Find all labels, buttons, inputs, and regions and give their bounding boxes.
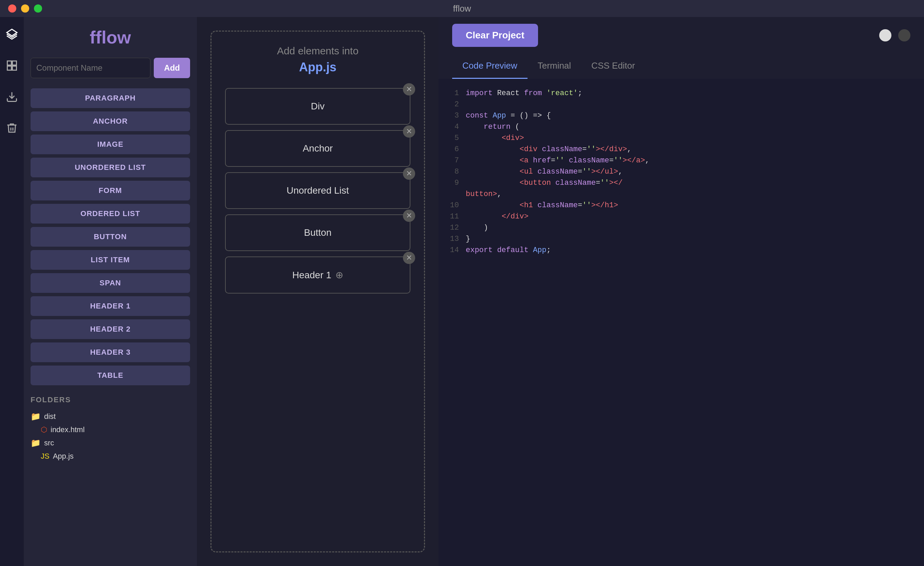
canvas-element-unordered-list[interactable]: Unordered List ✕ xyxy=(225,172,410,209)
app-title: fflow xyxy=(453,3,471,14)
code-line-14: 14 export default App; xyxy=(446,246,917,254)
right-header: Clear Project xyxy=(439,17,924,54)
component-name-input[interactable] xyxy=(30,58,150,78)
code-line-6: 6 <div className=''></div>, xyxy=(446,145,917,154)
comp-btn-header1[interactable]: HEADER 1 xyxy=(30,296,190,316)
main-layout: fflow Add PARAGRAPH ANCHOR IMAGE UNORDER… xyxy=(0,17,924,566)
remove-header1-button[interactable]: ✕ xyxy=(403,252,415,264)
comp-btn-form[interactable]: FORM xyxy=(30,181,190,200)
file-index-html[interactable]: ⬡ index.html xyxy=(30,423,190,436)
code-line-9b: button>, xyxy=(446,190,917,199)
html-file-icon: ⬡ xyxy=(41,425,47,434)
comp-btn-unordered-list[interactable]: UNORDERED LIST xyxy=(30,158,190,177)
code-line-9: 9 <button className=''></ xyxy=(446,179,917,187)
folder-src-name: src xyxy=(44,439,54,447)
comp-btn-header3[interactable]: HEADER 3 xyxy=(30,342,190,362)
remove-anchor-button[interactable]: ✕ xyxy=(403,125,415,138)
comp-btn-button[interactable]: BUTTON xyxy=(30,227,190,247)
trash-icon[interactable] xyxy=(5,121,19,135)
code-line-3: 3 const App = () => { xyxy=(446,111,917,120)
folder-dist-name: dist xyxy=(44,412,56,421)
comp-btn-list-item[interactable]: LIST ITEM xyxy=(30,250,190,270)
canvas-element-anchor[interactable]: Anchor ✕ xyxy=(225,130,410,167)
component-icon[interactable] xyxy=(5,59,19,73)
tab-terminal[interactable]: Terminal xyxy=(528,54,581,79)
code-tabs: Code Preview Terminal CSS Editor xyxy=(439,54,924,79)
folders-section: FOLDERS 📁 dist ⬡ index.html 📁 src JS App… xyxy=(30,396,190,463)
code-line-8: 8 <ul className=''></ul>, xyxy=(446,167,917,176)
comp-btn-paragraph[interactable]: PARAGRAPH xyxy=(30,88,190,108)
layers-icon[interactable] xyxy=(5,27,19,41)
remove-ul-button[interactable]: ✕ xyxy=(403,167,415,180)
folder-dist[interactable]: 📁 dist xyxy=(30,410,190,423)
canvas-area: Add elements into App.js Div ✕ Anchor ✕ … xyxy=(197,17,439,566)
panel-app-title: fflow xyxy=(30,27,190,48)
svg-rect-1 xyxy=(8,61,12,65)
canvas-element-button[interactable]: Button ✕ xyxy=(225,214,410,251)
code-line-4: 4 return ( xyxy=(446,123,917,131)
maximize-button[interactable] xyxy=(34,5,42,12)
dark-theme-button[interactable] xyxy=(898,29,910,41)
comp-btn-ordered-list[interactable]: ORDERED LIST xyxy=(30,204,190,224)
canvas-element-div[interactable]: Div ✕ xyxy=(225,88,410,125)
tab-code-preview[interactable]: Code Preview xyxy=(452,54,528,79)
clear-project-button[interactable]: Clear Project xyxy=(452,24,538,47)
code-line-5: 5 <div> xyxy=(446,134,917,142)
comp-btn-header2[interactable]: HEADER 2 xyxy=(30,319,190,339)
comp-btn-table[interactable]: TABLE xyxy=(30,366,190,385)
title-bar: fflow xyxy=(0,0,924,17)
code-line-1: 1 import React from 'react'; xyxy=(446,89,917,98)
file-app-js-name: App.js xyxy=(53,452,74,461)
canvas-subtitle: Add elements into xyxy=(225,45,410,57)
svg-rect-2 xyxy=(12,61,16,65)
svg-rect-4 xyxy=(12,66,16,70)
download-icon[interactable] xyxy=(5,90,19,104)
folder-icon: 📁 xyxy=(30,412,41,421)
code-line-10: 10 <h1 className=''></h1> xyxy=(446,201,917,209)
canvas-header: Add elements into App.js xyxy=(225,45,410,74)
code-line-2: 2 xyxy=(446,100,917,109)
window-controls xyxy=(8,5,42,12)
component-buttons-list: PARAGRAPH ANCHOR IMAGE UNORDERED LIST FO… xyxy=(30,88,190,385)
code-line-7: 7 <a href='' className=''></a>, xyxy=(446,156,917,165)
component-panel: fflow Add PARAGRAPH ANCHOR IMAGE UNORDER… xyxy=(24,17,197,566)
remove-div-button[interactable]: ✕ xyxy=(403,83,415,95)
close-button[interactable] xyxy=(8,5,16,12)
comp-btn-image[interactable]: IMAGE xyxy=(30,134,190,154)
right-panel: Clear Project Code Preview Terminal CSS … xyxy=(439,17,924,566)
canvas-element-header1[interactable]: Header 1 ⊕ ✕ xyxy=(225,256,410,294)
js-file-icon: JS xyxy=(41,452,50,461)
folders-title: FOLDERS xyxy=(30,396,190,404)
tab-css-editor[interactable]: CSS Editor xyxy=(581,54,645,79)
theme-toggle xyxy=(879,29,910,41)
svg-rect-3 xyxy=(8,66,12,70)
code-line-13: 13 } xyxy=(446,235,917,243)
input-row: Add xyxy=(30,58,190,78)
folder-src-icon: 📁 xyxy=(30,438,41,448)
file-app-js[interactable]: JS App.js xyxy=(30,450,190,463)
code-line-12: 12 ) xyxy=(446,224,917,232)
file-index-html-name: index.html xyxy=(51,425,84,434)
code-area: 1 import React from 'react'; 2 3 const A… xyxy=(439,79,924,566)
move-cursor-icon: ⊕ xyxy=(335,269,343,281)
minimize-button[interactable] xyxy=(21,5,29,12)
comp-btn-span[interactable]: SPAN xyxy=(30,273,190,293)
icon-sidebar xyxy=(0,17,24,566)
folder-src[interactable]: 📁 src xyxy=(30,436,190,450)
canvas-container: Add elements into App.js Div ✕ Anchor ✕ … xyxy=(210,30,425,552)
code-line-11: 11 </div> xyxy=(446,212,917,221)
remove-button-button[interactable]: ✕ xyxy=(403,209,415,222)
canvas-title: App.js xyxy=(225,60,410,74)
add-button[interactable]: Add xyxy=(154,58,190,78)
light-theme-button[interactable] xyxy=(879,29,891,41)
comp-btn-anchor[interactable]: ANCHOR xyxy=(30,111,190,131)
